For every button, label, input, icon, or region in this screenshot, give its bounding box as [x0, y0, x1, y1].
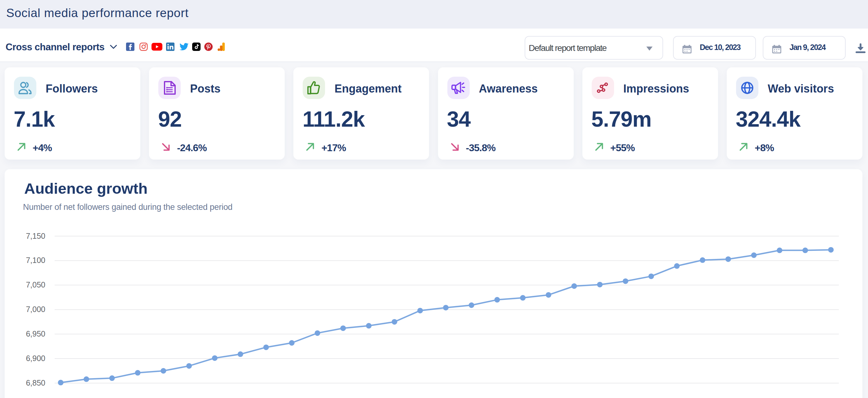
svg-text:6,900: 6,900	[26, 354, 45, 363]
svg-text:6,850: 6,850	[26, 378, 45, 387]
svg-text:6,950: 6,950	[26, 329, 45, 338]
svg-text:7,000: 7,000	[26, 305, 45, 313]
svg-text:7,150: 7,150	[26, 232, 45, 240]
svg-text:7,100: 7,100	[26, 256, 45, 265]
svg-text:7,050: 7,050	[26, 280, 45, 289]
